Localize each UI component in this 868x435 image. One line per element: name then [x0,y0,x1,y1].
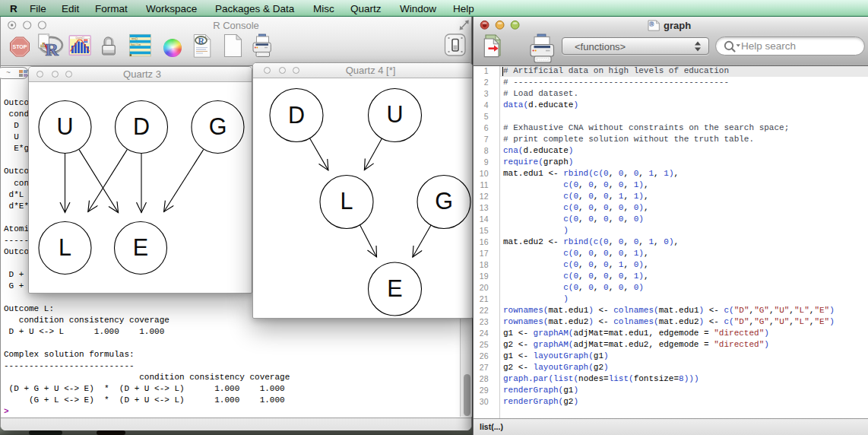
svg-text:G: G [209,113,227,139]
svg-text:E: E [133,234,148,260]
svg-text:R: R [198,37,205,46]
svg-text:R: R [46,40,59,59]
svg-text:G: G [435,188,453,214]
svg-text:E: E [387,275,402,301]
svg-text:.r: .r [40,40,45,47]
svg-text:U: U [56,113,73,139]
svg-text:R: R [650,21,654,27]
svg-text:D: D [133,113,150,139]
svg-text:L: L [59,234,71,260]
svg-text:D: D [288,102,305,128]
svg-text:foci l in: foci l in [131,43,141,46]
svg-text:U: U [386,101,403,127]
svg-text:L: L [341,188,353,214]
svg-text:STOP: STOP [13,44,27,49]
svg-text:ws(): ws() [131,37,138,40]
